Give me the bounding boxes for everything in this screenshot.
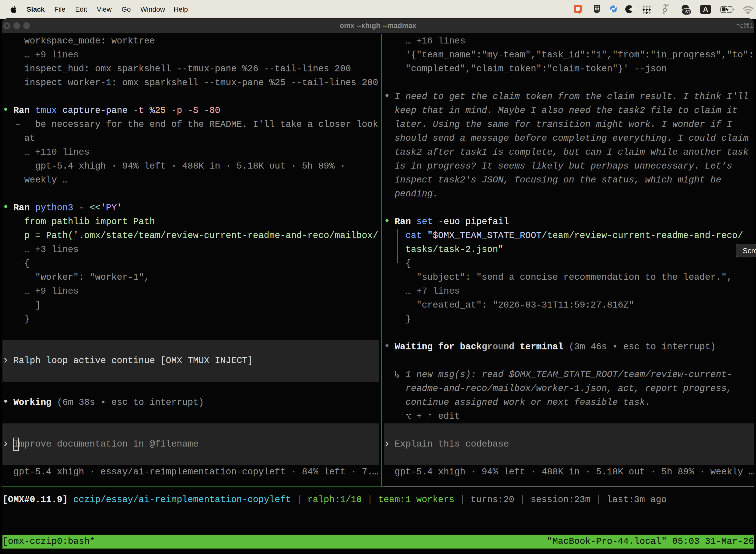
svg-text:..61: ..61 bbox=[683, 9, 690, 14]
